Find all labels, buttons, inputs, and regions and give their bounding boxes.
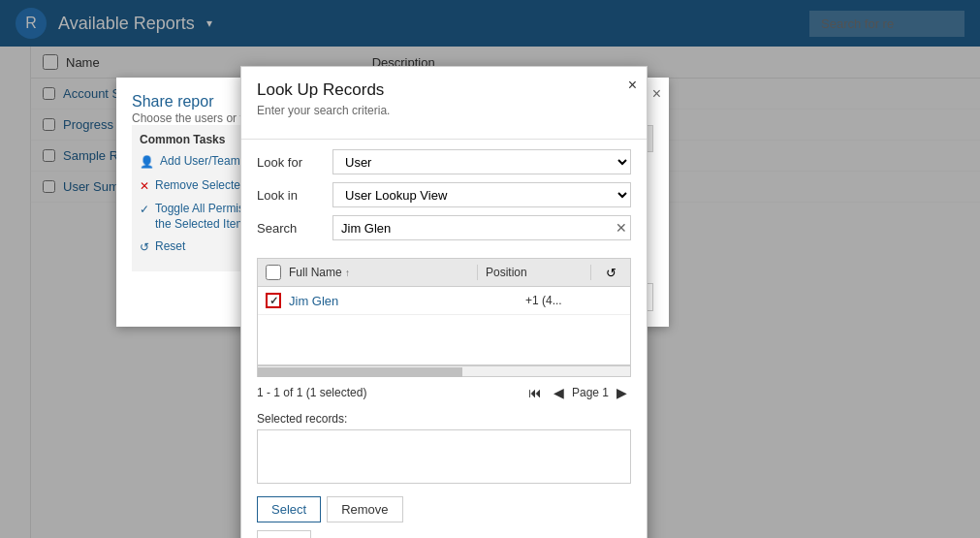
lookup-table-header: Full Name ↑ Position ↺: [258, 259, 630, 287]
lookup-select-all-checkbox[interactable]: [266, 265, 281, 280]
lookup-table-body: Jim Glen +1 (4...: [258, 287, 630, 364]
refresh-icon[interactable]: ↺: [599, 266, 622, 280]
share-panel-title-text: Share repor: [132, 93, 214, 110]
reset-icon: ↺: [140, 240, 149, 256]
selected-records-section: Selected records:: [241, 408, 647, 496]
lookup-for-row: Look for UserTeam: [257, 149, 631, 174]
lookup-row-phone: +1 (4...: [525, 294, 622, 307]
horizontal-scrollbar[interactable]: [257, 365, 631, 377]
lookup-in-row: Look in User Lookup ViewAll Users: [257, 182, 631, 207]
selected-records-label: Selected records:: [257, 412, 631, 426]
sort-asc-icon: ↑: [345, 268, 350, 278]
lookup-search-input[interactable]: [332, 215, 631, 240]
lookup-row-checkbox[interactable]: [266, 293, 281, 308]
lookup-close-button[interactable]: ×: [628, 77, 637, 94]
new-button[interactable]: New: [257, 530, 311, 538]
user-icon: 👤: [140, 155, 154, 171]
lookup-col-position-header: Position: [486, 266, 583, 279]
lookup-result-row: Jim Glen +1 (4...: [258, 287, 630, 315]
task-add-user-label: Add User/Team: [160, 154, 240, 170]
lookup-search-row: Search ✕: [257, 215, 631, 240]
pagination-page-label: Page 1: [572, 386, 609, 399]
look-for-label: Look for: [257, 155, 325, 170]
lookup-action-buttons: Select Remove: [241, 496, 647, 530]
lookup-col-fullname-header: Full Name ↑: [289, 266, 469, 279]
lookup-form: Look for UserTeam Look in User Lookup Vi…: [241, 140, 647, 258]
pagination-first-button[interactable]: ⏮: [524, 383, 546, 402]
lookup-records-dialog: Look Up Records Enter your search criter…: [240, 66, 648, 538]
check-icon: ✓: [140, 203, 149, 218]
lookup-pagination: 1 - 1 of 1 (1 selected) ⏮ ◀ Page 1 ▶: [241, 377, 647, 408]
selected-records-box[interactable]: [257, 429, 631, 484]
lookup-results-table: Full Name ↑ Position ↺ Jim Glen +1 (4...: [257, 258, 631, 365]
search-clear-button[interactable]: ✕: [616, 220, 627, 236]
lookup-header: Look Up Records Enter your search criter…: [241, 67, 647, 140]
look-for-select[interactable]: UserTeam: [332, 149, 631, 174]
lookup-dialog-title: Look Up Records: [257, 80, 631, 100]
x-icon: ✕: [140, 179, 149, 195]
lookup-row-name-link[interactable]: Jim Glen: [289, 294, 518, 308]
pagination-next-button[interactable]: ▶: [613, 383, 631, 402]
pagination-prev-button[interactable]: ◀: [550, 383, 568, 402]
look-in-select[interactable]: User Lookup ViewAll Users: [332, 182, 631, 207]
task-reset-label: Reset: [155, 239, 185, 255]
share-panel-close-button[interactable]: ×: [652, 85, 661, 103]
search-input-wrap: ✕: [332, 215, 631, 240]
select-button[interactable]: Select: [257, 496, 321, 522]
pagination-controls: ⏮ ◀ Page 1 ▶: [524, 383, 631, 402]
remove-button[interactable]: Remove: [327, 496, 402, 522]
look-in-label: Look in: [257, 188, 325, 203]
scrollbar-thumb[interactable]: [258, 367, 462, 377]
search-label: Search: [257, 221, 325, 236]
lookup-dialog-subtitle: Enter your search criteria.: [257, 104, 631, 117]
new-button-row: New: [241, 530, 647, 538]
share-panel-subtitle: Choose the users or te: [132, 111, 249, 125]
pagination-info: 1 - 1 of 1 (1 selected): [257, 386, 517, 399]
